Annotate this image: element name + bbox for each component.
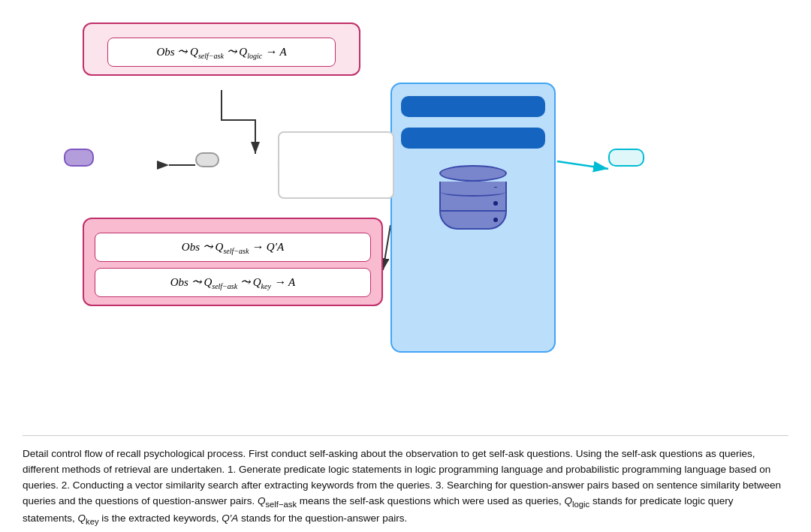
episodic-memory-box: [401, 128, 545, 149]
self-ask-box: [195, 152, 219, 167]
retrieval-box: [608, 149, 644, 167]
db-dot3: [493, 218, 498, 222]
database-icon: [401, 165, 545, 230]
db-bottom: [439, 212, 507, 230]
logic-programming-box: Obs ⤳ Qself−ask ⤳ Qlogic → A: [83, 23, 360, 76]
db-mid1: [439, 182, 507, 197]
db-dot2: [493, 201, 498, 206]
observation-box: [64, 149, 94, 167]
db-top: [439, 165, 507, 182]
db-dot1: [493, 187, 498, 191]
logic-formula: Obs ⤳ Qself−ask ⤳ Qlogic → A: [107, 38, 336, 67]
vector-formula2: Obs ⤳ Qself−ask ⤳ Qkey → A: [95, 268, 371, 297]
caption-text1: Detail control flow of recall psychologi…: [23, 448, 781, 524]
connector-box: [278, 131, 394, 199]
db-mid2: [439, 197, 507, 212]
memory-container: [390, 83, 556, 353]
diagram: Obs ⤳ Qself−ask ⤳ Qlogic → A: [23, 15, 788, 420]
semantic-memory-box: [401, 96, 545, 117]
vector-similarity-box: Obs ⤳ Qself−ask → Q′A Obs ⤳ Qself−ask ⤳ …: [83, 218, 383, 306]
figure-caption: Detail control flow of recall psychologi…: [23, 435, 788, 528]
vector-formula1: Obs ⤳ Qself−ask → Q′A: [95, 233, 371, 262]
